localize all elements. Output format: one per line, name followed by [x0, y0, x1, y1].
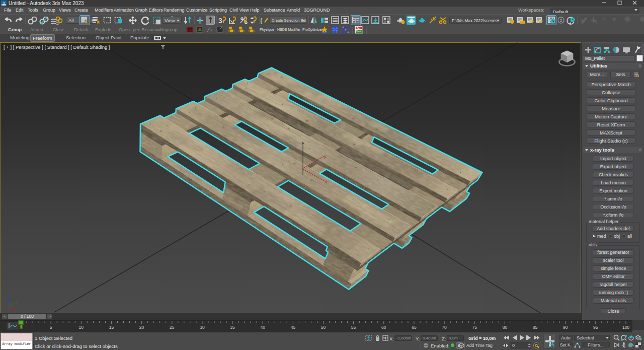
svg-text:100: 100 [622, 325, 629, 330]
svg-text:z: z [8, 296, 10, 300]
svg-text:{: { [260, 17, 263, 24]
svg-text:3: 3 [3, 2, 5, 5]
svg-text:y: y [324, 154, 327, 159]
svg-text:y: y [16, 299, 18, 303]
svg-text:70: 70 [442, 325, 447, 330]
svg-text:80: 80 [503, 325, 508, 330]
svg-text:x: x [325, 179, 328, 184]
svg-text:40: 40 [260, 325, 265, 330]
svg-text:60: 60 [381, 325, 386, 330]
svg-text:10: 10 [79, 325, 84, 330]
svg-text:95: 95 [593, 325, 598, 330]
svg-text:90: 90 [563, 325, 568, 330]
svg-text:x: x [15, 308, 17, 311]
svg-text:85: 85 [533, 325, 538, 330]
svg-text:30: 30 [200, 325, 205, 330]
svg-text:55: 55 [351, 325, 356, 330]
svg-text:3: 3 [218, 17, 222, 25]
svg-text:75: 75 [472, 325, 477, 330]
svg-text:65: 65 [412, 325, 417, 330]
svg-text:20: 20 [139, 325, 144, 330]
svg-text:2: 2 [560, 18, 562, 23]
svg-text:25: 25 [170, 325, 175, 330]
svg-text:Tex: Tex [357, 27, 361, 30]
svg-text:50: 50 [321, 325, 326, 330]
svg-text:15: 15 [109, 325, 114, 330]
svg-text:5: 5 [50, 325, 52, 330]
svg-text:45: 45 [291, 325, 296, 330]
svg-text:Tools: Tools [356, 30, 362, 33]
svg-text:35: 35 [230, 325, 235, 330]
